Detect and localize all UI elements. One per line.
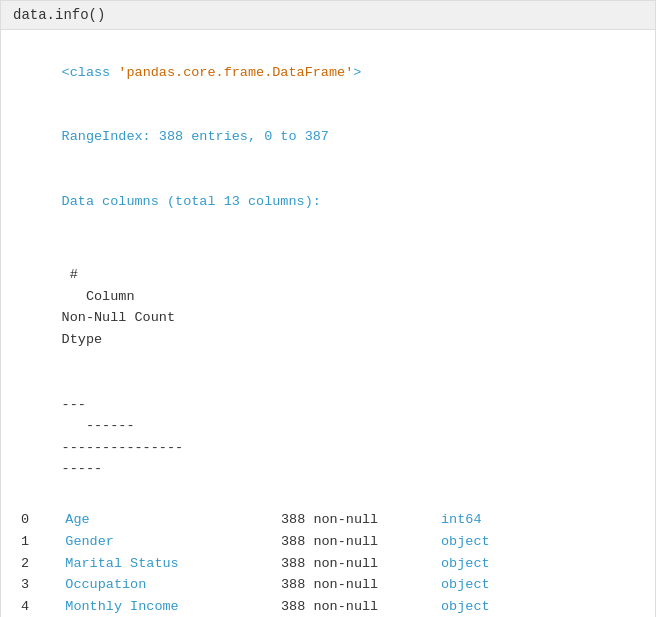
row-dtype: int64 — [441, 509, 521, 531]
row-column: Monthly Income — [41, 596, 281, 617]
table-header-row: # Column Non-Null Count Dtype — [13, 242, 643, 372]
row-count: 388 non-null — [281, 574, 441, 596]
table-row: 1 Gender388 non-nullobject — [13, 531, 643, 553]
dash-name: ------ — [62, 415, 302, 437]
row-index: 4 — [13, 596, 41, 617]
header-line-2: RangeIndex: 388 entries, 0 to 387 — [13, 105, 643, 170]
table-dash-row: --- ------ --------------- ----- — [13, 372, 643, 502]
dash-count: --------------- — [62, 437, 222, 459]
row-dtype: object — [441, 596, 521, 617]
header-line-3: Data columns (total 13 columns): — [13, 170, 643, 235]
col-name-label: Column — [62, 286, 302, 308]
row-index: 0 — [13, 509, 41, 531]
row-index: 3 — [13, 574, 41, 596]
table-body: 0 Age388 non-nullint64 1 Gender388 non-n… — [13, 509, 643, 617]
row-column: Occupation — [41, 574, 281, 596]
table-row: 4 Monthly Income388 non-nullobject — [13, 596, 643, 617]
col-dtype-label: Dtype — [62, 329, 142, 351]
col-count-label: Non-Null Count — [62, 307, 222, 329]
row-dtype: object — [441, 574, 521, 596]
title-bar: data.info() — [1, 1, 655, 30]
dash-hash: --- — [62, 394, 90, 416]
row-count: 388 non-null — [281, 509, 441, 531]
row-column: Gender — [41, 531, 281, 553]
row-index: 1 — [13, 531, 41, 553]
table-row: 3 Occupation388 non-nullobject — [13, 574, 643, 596]
row-column: Marital Status — [41, 553, 281, 575]
content-area: <class 'pandas.core.frame.DataFrame'> Ra… — [1, 30, 655, 617]
col-hash-label: # — [62, 264, 90, 286]
dash-dtype: ----- — [62, 458, 142, 480]
class-label: <class — [62, 65, 119, 80]
class-name: 'pandas.core.frame.DataFrame' — [118, 65, 353, 80]
header-line-1: <class 'pandas.core.frame.DataFrame'> — [13, 40, 643, 105]
row-count: 388 non-null — [281, 596, 441, 617]
table-row: 0 Age388 non-nullint64 — [13, 509, 643, 531]
class-close: > — [353, 65, 361, 80]
row-dtype: object — [441, 553, 521, 575]
row-column: Age — [41, 509, 281, 531]
row-count: 388 non-null — [281, 553, 441, 575]
table-row: 2 Marital Status388 non-nullobject — [13, 553, 643, 575]
row-count: 388 non-null — [281, 531, 441, 553]
title-text: data.info() — [13, 7, 105, 23]
row-dtype: object — [441, 531, 521, 553]
row-index: 2 — [13, 553, 41, 575]
main-container: data.info() <class 'pandas.core.frame.Da… — [0, 0, 656, 617]
